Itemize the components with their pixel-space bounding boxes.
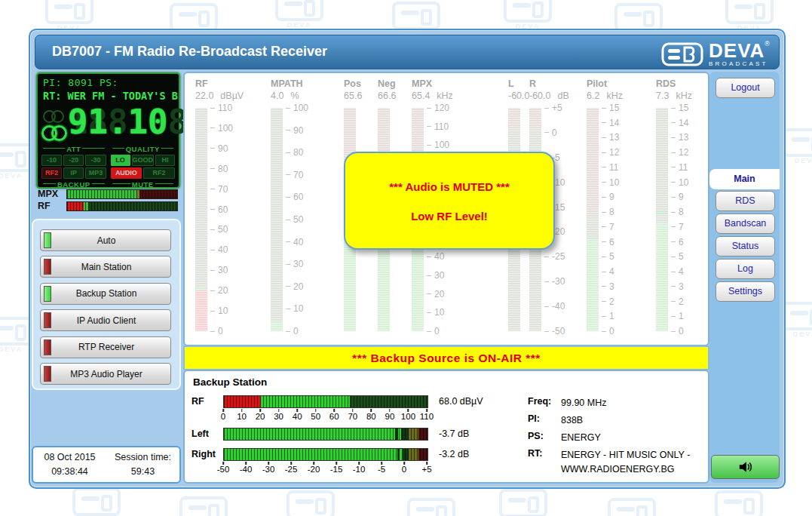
lcd-indicator-rf2: RF2: [41, 167, 62, 179]
meter-value: 6.2kHz: [587, 91, 623, 101]
logo-subtitle: BROADCAST: [709, 61, 770, 67]
meter-pilot: Pilot6.2kHz1514131211109876543210: [587, 73, 656, 345]
source-button-label: IP Audio Client: [51, 315, 161, 326]
watermark-logo: DEVA: [725, 0, 774, 32]
backup-right-bar: [223, 448, 428, 461]
page-title: DB7007 - FM Radio Re-Broadcast Receiver: [52, 44, 327, 60]
navigation-sidebar: Logout Main RDSBandscanStatusLogSettings: [709, 72, 780, 483]
meter-scale: 1101009080706050403020100: [210, 108, 244, 331]
backup-info-freq: Freq:99.90 MHz: [528, 396, 700, 410]
lcd-indicator-30: -30: [85, 155, 106, 166]
backup-rf-value: 68.0 dBµV: [439, 396, 483, 407]
source-button-label: MP3 Audio Player: [51, 369, 161, 379]
lcd-display: PI: 8091 PS: RT: WER FM - TODAY'S B 188.…: [36, 72, 180, 189]
source-button-label: Main Station: [51, 262, 161, 272]
backup-left-bar: [223, 428, 428, 441]
watermark-logo: DEVA: [179, 496, 228, 516]
mini-meter-mpx: MPX: [38, 189, 178, 199]
backup-rf-bar: [223, 395, 428, 408]
backup-right-value: -3.2 dB: [439, 449, 469, 459]
meter-mpath: MPATH4.0%1009080706050403020100: [271, 73, 340, 345]
lcd-radiotext-line: RT: WER FM - TODAY'S B: [43, 90, 178, 102]
meter-name: MPX: [412, 78, 432, 89]
meter-value: 65.6: [344, 91, 362, 101]
source-button-backup-station[interactable]: Backup Station: [40, 283, 171, 305]
audio-listen-button[interactable]: [711, 455, 780, 479]
backup-on-air-banner: *** Backup Source is ON-AIR ***: [183, 346, 709, 370]
date-session-box: 08 Oct 2015 09:38:44 Session time: 59:43: [32, 446, 181, 484]
backup-left-value: -3.7 dB: [439, 428, 469, 439]
red-led-indicator: [44, 366, 51, 382]
lcd-indicator-hi: HI: [155, 155, 175, 166]
source-button-label: Auto: [51, 235, 161, 246]
meter-value: -60.0: [508, 91, 530, 101]
session-time-label: Session time:: [106, 450, 179, 465]
frequency-value: 91.10: [68, 103, 167, 142]
tab-status[interactable]: Status: [715, 236, 775, 256]
watermark-logo: DEVA: [783, 128, 812, 164]
meter-scale: 1514131211109876543210: [602, 108, 635, 331]
watermark-logo: DEVA: [781, 302, 812, 338]
source-button-label: RTP Receiver: [51, 342, 161, 352]
logout-button[interactable]: Logout: [715, 78, 775, 98]
meter-scale: 1514131211109876543210: [671, 108, 704, 331]
logo-name: DEVA: [709, 39, 765, 62]
backup-rf-label: RF: [192, 396, 204, 407]
meter-value: 22.0dBµV: [195, 91, 244, 101]
lcd-indicator-grid: ATT-10-20-30RF2IPMP3BACKUPQUALITYLOGOODH…: [41, 145, 175, 189]
green-led-indicator: [44, 232, 51, 248]
tab-main[interactable]: Main: [709, 169, 780, 189]
lcd-indicator-mp3: MP3: [85, 167, 106, 179]
source-button-rtp-receiver[interactable]: RTP Receiver: [40, 336, 171, 358]
watermark-logo: DEVA: [286, 490, 335, 516]
mini-meter-rf: RF: [38, 201, 178, 211]
lcd-indicator-rf2: RF2: [143, 167, 175, 179]
watermark-logo: DEVA: [608, 498, 656, 516]
backup-info-pi: PI:838B: [528, 413, 700, 428]
tab-rds[interactable]: RDS: [715, 191, 775, 211]
red-led-indicator: [44, 339, 51, 355]
lcd-pi-ps-line: PI: 8091 PS:: [43, 77, 118, 88]
stereo-active-icon: [41, 125, 67, 141]
source-button-main-station[interactable]: Main Station: [40, 256, 171, 278]
tab-bandscan[interactable]: Bandscan: [715, 213, 775, 234]
watermark-logo: DEVA: [504, 0, 552, 30]
audio-muted-alert: *** Audio is MUTED *** Low RF Level!: [344, 152, 555, 250]
speaker-loud-icon: [737, 459, 754, 475]
meter-name: L: [508, 78, 514, 89]
backup-left-label: Left: [192, 428, 209, 439]
deva-logo: DEVA® BROADCAST: [661, 41, 770, 67]
source-button-ip-audio-client[interactable]: IP Audio Client: [40, 309, 171, 331]
meter-value: -60.0dB: [529, 91, 569, 101]
source-button-auto[interactable]: Auto: [40, 229, 171, 251]
source-button-mp3-audio-player[interactable]: MP3 Audio Player: [40, 363, 171, 385]
meter-rf: RF22.0dBµV1101009080706050403020100: [195, 73, 265, 345]
session-time-value: 59:43: [106, 465, 179, 479]
backup-right-label: Right: [192, 449, 216, 459]
stereo-icon: [43, 110, 64, 123]
meter-name: RDS: [656, 78, 676, 89]
tab-settings[interactable]: Settings: [715, 281, 775, 302]
watermark-logo: DEVA: [275, 0, 323, 29]
mini-meter-label: MPX: [38, 189, 66, 199]
deva-logo-icon: [661, 42, 703, 66]
lcd-group-quality: QUALITYLOGOODHIAUDIORF2MUTE: [111, 145, 176, 189]
green-led-indicator: [44, 286, 51, 302]
backup-info-rt: RT:ENERGY - HIT MUSIC ONLY - WWW.RADIOEN…: [528, 448, 700, 477]
mini-meter-bar: [66, 189, 178, 199]
tab-log[interactable]: Log: [715, 259, 775, 279]
group-label-quality: QUALITY: [111, 145, 176, 153]
deva-logo-text: DEVA® BROADCAST: [709, 41, 770, 67]
session-column: Session time: 59:43: [106, 450, 179, 479]
group-label-att: ATT: [41, 145, 106, 153]
date-time-column: 08 Oct 2015 09:38:44: [33, 450, 106, 479]
red-led-indicator: [44, 312, 51, 328]
mini-meter-bar: [66, 201, 178, 211]
red-led-indicator: [44, 259, 51, 275]
watermark-logo: DEVA: [72, 487, 121, 516]
meter-value: 65.4kHz: [412, 91, 453, 101]
lcd-indicator-good: GOOD: [132, 155, 155, 166]
watermark-logo: DEVA: [407, 498, 455, 516]
watermark-logo: DEVA: [715, 490, 763, 516]
header-bar: DB7007 - FM Radio Re-Broadcast Receiver …: [35, 35, 780, 69]
